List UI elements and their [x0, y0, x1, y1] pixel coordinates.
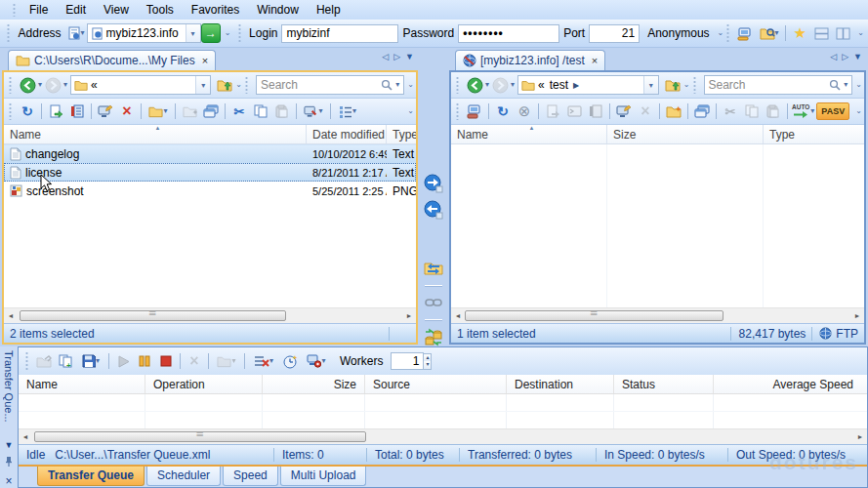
overflow-icon[interactable]: ⌄	[407, 107, 414, 115]
connect-go-button[interactable]: →	[201, 23, 221, 43]
scroll-left-icon[interactable]: ◄	[19, 433, 32, 440]
transfer-left-button[interactable]	[424, 200, 443, 220]
forward-button[interactable]	[43, 75, 62, 95]
toolbar-gripper[interactable]	[7, 23, 12, 43]
scrollbar-thumb[interactable]	[20, 310, 286, 321]
caret-down-icon[interactable]: ▾	[485, 81, 489, 89]
overflow-icon[interactable]: ⌄	[407, 81, 414, 89]
menu-favorites[interactable]: Favorites	[183, 2, 248, 18]
split-horizontal-button[interactable]	[811, 23, 831, 43]
menu-tools[interactable]: Tools	[138, 2, 183, 18]
menu-file[interactable]: File	[21, 2, 57, 18]
copy-queue-button[interactable]: +	[56, 351, 75, 371]
paste-button[interactable]	[764, 102, 783, 121]
caret-down-icon[interactable]: ▾	[844, 81, 847, 89]
menu-edit[interactable]: Edit	[57, 2, 95, 18]
scroll-right-icon[interactable]: ►	[853, 433, 867, 440]
local-search-input[interactable]: Search ▾	[256, 75, 404, 95]
start-queue-button[interactable]	[113, 351, 133, 371]
load-queue-button[interactable]	[34, 351, 54, 371]
forward-button[interactable]	[490, 75, 510, 95]
transfer-file-button[interactable]	[46, 102, 65, 121]
port-field[interactable]	[589, 24, 640, 43]
tab-multi-upload[interactable]: Multi Upload	[280, 467, 367, 486]
column-source[interactable]: Source	[365, 375, 507, 393]
column-name[interactable]: Name	[19, 375, 145, 393]
new-folder-button[interactable]: ✦	[664, 102, 683, 121]
local-tab[interactable]: C:\Users\R\Docume...\My Files ×	[8, 50, 216, 70]
save-queue-button[interactable]: ▾	[77, 351, 104, 371]
scroll-left-icon[interactable]: ◄	[451, 312, 465, 319]
site-manager-button[interactable]: ▾	[757, 23, 782, 43]
paste-button[interactable]	[272, 102, 292, 121]
column-type[interactable]: Type	[387, 125, 416, 143]
toolbar-gripper[interactable]	[693, 76, 698, 94]
view-mode-button[interactable]: ▾	[335, 102, 360, 121]
overflow-icon[interactable]: ⌄	[855, 107, 862, 115]
scrollbar-thumb[interactable]	[465, 310, 723, 321]
overflow-icon[interactable]: ⌄	[855, 81, 862, 89]
password-field[interactable]	[458, 24, 559, 43]
up-directory-button[interactable]	[215, 75, 234, 95]
folder-tools-button[interactable]: ▾	[145, 102, 171, 121]
workers-settings-button[interactable]: ▾	[302, 351, 331, 371]
quick-connect-button[interactable]	[735, 23, 755, 43]
connect-button[interactable]	[465, 102, 484, 121]
column-destination[interactable]: Destination	[507, 375, 614, 393]
remove-item-button[interactable]: ×	[185, 351, 204, 371]
overflow-icon[interactable]: ⌄	[235, 81, 242, 89]
rename-button[interactable]	[96, 102, 115, 121]
file-row[interactable]: screenshot 5/25/2011 2:25 AM PNG	[4, 182, 416, 200]
up-directory-button[interactable]	[663, 75, 682, 95]
caret-down-icon[interactable]: ▾	[38, 81, 42, 89]
clear-list-button[interactable]: ▾	[249, 351, 278, 371]
menu-help[interactable]: Help	[308, 2, 350, 18]
workers-spinner[interactable]: 1 ▴ ▾	[391, 352, 432, 370]
anonymous-button[interactable]: Anonymous	[640, 24, 717, 42]
local-horizontal-scrollbar[interactable]: ◄ ►	[4, 307, 416, 323]
delete-button[interactable]: ×	[117, 102, 137, 121]
back-button[interactable]	[18, 75, 37, 95]
tab-transfer-queue[interactable]: Transfer Queue	[37, 467, 145, 486]
toolbar-gripper[interactable]	[456, 102, 461, 120]
overflow-icon[interactable]: ⌄	[718, 29, 724, 37]
pin-icon[interactable]	[5, 456, 13, 468]
login-field[interactable]	[281, 24, 398, 43]
overflow-icon[interactable]: ⌄	[225, 29, 231, 37]
stop-queue-button[interactable]	[156, 351, 176, 371]
refresh-button[interactable]: ↻	[18, 102, 37, 121]
column-name[interactable]: ▲ Name	[4, 125, 307, 143]
toolbar-gripper[interactable]	[9, 76, 14, 94]
remote-tab[interactable]: [mybiz123.info] /test ×	[455, 50, 605, 70]
refresh-button[interactable]: ↻	[493, 102, 513, 121]
close-icon[interactable]: ×	[592, 55, 598, 66]
add-to-queue-button[interactable]	[586, 102, 605, 121]
workers-value[interactable]: 1	[391, 352, 424, 370]
caret-down-icon[interactable]: ▾	[643, 76, 658, 94]
close-icon[interactable]: ×	[202, 55, 208, 66]
caret-down-icon[interactable]: ▾	[195, 76, 210, 94]
toolbar-gripper[interactable]	[726, 23, 731, 43]
column-type[interactable]: Type	[764, 125, 864, 143]
close-icon[interactable]: ×	[5, 474, 12, 488]
remote-path-combobox[interactable]: « test ▶ ▾	[517, 75, 659, 95]
copy-button[interactable]	[251, 102, 270, 121]
overflow-icon[interactable]: ⌄	[857, 29, 864, 37]
tab-menu-icon[interactable]: ▼	[853, 52, 862, 61]
queue-folder-button[interactable]: ▾	[213, 351, 240, 371]
back-button[interactable]	[465, 75, 484, 95]
favorites-star-icon[interactable]: ★	[790, 23, 809, 43]
spinner-up-icon[interactable]: ▴	[424, 354, 431, 362]
scrollbar-thumb[interactable]	[34, 431, 366, 442]
menu-window[interactable]: Window	[248, 2, 308, 18]
split-vertical-button[interactable]	[833, 23, 852, 43]
address-combobox[interactable]: mybiz123.info ▾	[87, 23, 201, 43]
scroll-left-icon[interactable]: ◄	[4, 312, 18, 319]
column-name[interactable]: ▲ Name	[451, 125, 607, 143]
address-type-button[interactable]: ▾	[66, 23, 86, 43]
queue-horizontal-scrollbar[interactable]: ◄ ►	[19, 428, 867, 444]
schedule-button[interactable]: ✦	[280, 351, 300, 371]
column-status[interactable]: Status	[614, 375, 714, 393]
column-date-modified[interactable]: Date modified	[307, 125, 387, 143]
breadcrumb-root-icon[interactable]: «	[538, 78, 545, 92]
